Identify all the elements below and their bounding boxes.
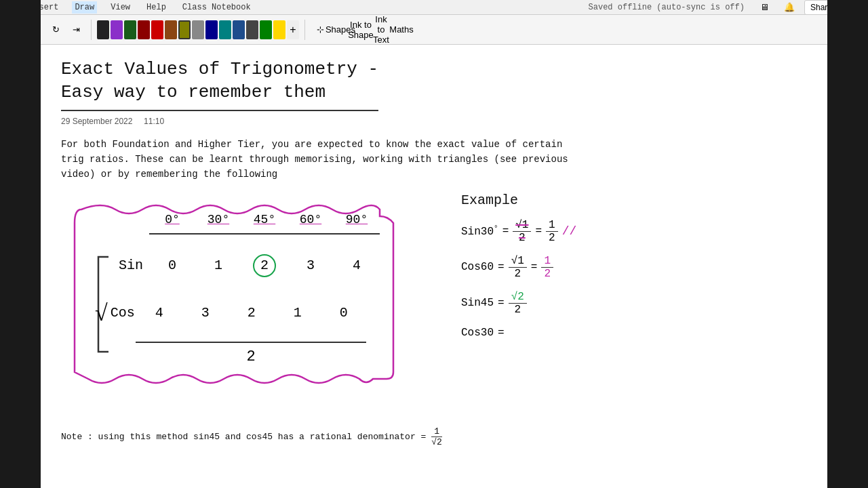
diagram-section: 0° 30° 45° 60° 90° — [61, 196, 807, 413]
bell-icon[interactable]: 🔔 — [780, 0, 799, 17]
menu-view[interactable]: View — [108, 1, 133, 14]
menu-bar: e Insert Draw View Help Class Notebook S… — [0, 0, 868, 15]
sqrt-symbol: √ — [95, 300, 108, 326]
eq1-result-frac: 1 2 — [546, 219, 558, 244]
page-date: 29 September 2022 11:10 — [61, 117, 807, 126]
eq2-frac-den: 2 — [511, 268, 524, 280]
draw-tools-group: ⊹ Shapes Ink to Shape Ink to Text Maths — [311, 20, 411, 39]
menu-class-notebook[interactable]: Class Notebook — [180, 1, 254, 14]
forward-button[interactable]: ⇥ — [66, 20, 85, 39]
angle-45: 45° — [241, 213, 288, 226]
eq2-frac-num: √1 — [509, 255, 527, 268]
pen-darkgreen[interactable] — [124, 20, 136, 39]
header-line — [149, 233, 380, 235]
eq3-frac-den: 2 — [511, 304, 524, 316]
maths-button[interactable]: Maths — [392, 20, 411, 39]
eq1-frac-den: 2 — [516, 232, 528, 244]
eq1-label: Sin30° — [461, 224, 498, 238]
eq1-frac-strikethrough: √1 2 — [513, 219, 531, 244]
eq4-label: Cos30 — [461, 327, 494, 339]
eq1-checkmarks: // — [562, 224, 577, 238]
eq2-result-num: 1 — [541, 255, 553, 268]
sep1 — [91, 20, 92, 40]
eq2-equals-1: = — [498, 261, 505, 273]
content-area: Exact Values of Trigonometry - Easy way … — [41, 45, 827, 488]
redo-button[interactable]: ↻ — [46, 20, 65, 39]
example-section: Example Sin30° = √1 2 = 1 2 // — [461, 192, 651, 350]
maths-label: Maths — [389, 24, 413, 35]
menu-help[interactable]: Help — [144, 1, 169, 14]
shapes-button[interactable]: Shapes — [331, 20, 350, 39]
eq3-equals: = — [498, 297, 505, 309]
ink-to-shape-label: Ink to Shape — [348, 20, 374, 40]
pen-teal[interactable] — [219, 20, 231, 39]
sin-val-0: 0 — [149, 258, 195, 273]
eq1-result-den: 2 — [546, 232, 558, 244]
angle-30: 30° — [195, 213, 241, 226]
sep2 — [304, 20, 305, 40]
ink-to-text-label: Ink to Text — [372, 14, 391, 45]
pen-brown[interactable] — [165, 20, 177, 39]
sin-val-1: 1 — [195, 258, 241, 273]
eq2-equals-2: = — [531, 261, 538, 273]
sin-val-3: 3 — [288, 258, 334, 273]
sin-row: Sin 0 1 2 3 4 — [119, 247, 380, 285]
pen-colors-group: + — [97, 20, 299, 39]
note-text: Note : using this method sin45 and cos45… — [61, 426, 807, 447]
eq2-label: Cos60 — [461, 261, 494, 273]
example-title: Example — [461, 192, 651, 208]
example-eq4: Cos30 = — [461, 327, 651, 339]
pen-black[interactable] — [97, 20, 109, 39]
note-frac-den: √2 — [429, 437, 445, 447]
angle-90: 90° — [334, 213, 380, 226]
toolbar: ↺ ⌓ ↻ ⇥ + ⊹ Shapes Ink to Shape Ink to T… — [0, 15, 868, 45]
sin-label: Sin — [119, 258, 149, 273]
example-eq3: Sin45 = √2 2 — [461, 291, 651, 316]
cos-val-2: 2 — [229, 305, 275, 321]
angle-0: 0° — [149, 213, 195, 226]
ink-to-shape-button[interactable]: Ink to Shape — [351, 20, 370, 39]
pen-green[interactable] — [260, 20, 272, 39]
example-eq2: Cos60 = √1 2 = 1 2 — [461, 255, 651, 280]
eq1-equals-1: = — [502, 225, 509, 237]
save-status: Saved offline (auto-sync is off) — [589, 3, 745, 12]
monitor-icon[interactable]: 🖥 — [755, 0, 774, 17]
pen-darkblue[interactable] — [205, 20, 218, 39]
cos-row: √ Cos 4 3 2 1 0 — [95, 294, 367, 332]
cos-label: Cos — [111, 305, 136, 321]
pen-navyblue2[interactable] — [233, 20, 245, 39]
cos-val-0: 0 — [321, 305, 367, 321]
sin-val-2: 2 — [241, 254, 288, 277]
cos-val-4: 4 — [136, 305, 182, 321]
pen-darkred[interactable] — [138, 20, 150, 39]
divider-line — [136, 342, 366, 343]
eq1-result-num: 1 — [546, 219, 558, 232]
menu-draw[interactable]: Draw — [72, 1, 97, 14]
cos-val-3: 3 — [182, 305, 229, 321]
pen-yellow[interactable] — [273, 20, 285, 39]
pen-olive[interactable] — [178, 20, 191, 39]
pen-gray[interactable] — [192, 20, 204, 39]
note-content: Note : using this method sin45 and cos45… — [61, 432, 426, 442]
note-frac-num: 1 — [431, 426, 442, 437]
eq1-equals-2: = — [535, 225, 542, 237]
pen-purple[interactable] — [111, 20, 123, 39]
eq1-frac-num: √1 — [513, 219, 531, 232]
pen-plus[interactable]: + — [287, 20, 299, 39]
toolbar-right: Saved offline (auto-sync is off) 🖥 🔔 Sha… — [589, 0, 863, 17]
eq3-frac: √2 2 — [509, 291, 527, 316]
page-title: Exact Values of Trigonometry - Easy way … — [61, 58, 378, 111]
eq2-result-den: 2 — [541, 268, 553, 280]
denominator: 2 — [136, 348, 366, 365]
pen-darkgray[interactable] — [246, 20, 258, 39]
sin-val-4: 4 — [334, 258, 380, 273]
ink-to-text-button[interactable]: Ink to Text — [372, 20, 391, 39]
pen-red[interactable] — [151, 20, 163, 39]
eq3-label: Sin45 — [461, 297, 494, 309]
trig-table-container: 0° 30° 45° 60° 90° — [61, 196, 434, 413]
angle-headers: 0° 30° 45° 60° 90° — [149, 213, 380, 226]
eq3-frac-num: √2 — [509, 291, 527, 304]
angle-60: 60° — [288, 213, 334, 226]
intro-text: For both Foundation and Higher Tier, you… — [61, 137, 576, 182]
example-eq1: Sin30° = √1 2 = 1 2 // — [461, 219, 651, 244]
